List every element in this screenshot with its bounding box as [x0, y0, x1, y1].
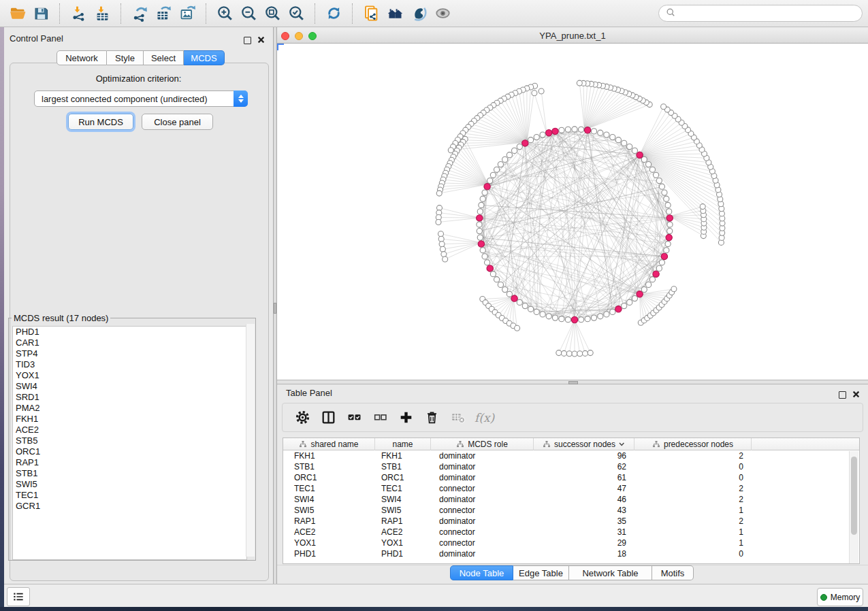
graph-ring-node[interactable]	[667, 229, 673, 234]
graph-ring-node[interactable]	[666, 209, 672, 214]
delete-column-icon[interactable]	[420, 406, 443, 429]
mcds-result-item[interactable]: TID3	[13, 359, 246, 370]
column-header-MCDS-role[interactable]: MCDS role	[431, 438, 534, 450]
graph-ring-node[interactable]	[480, 196, 485, 201]
graph-ring-node[interactable]	[477, 222, 482, 227]
graph-leaf-node[interactable]	[440, 246, 445, 252]
graph-leaf-node[interactable]	[436, 191, 442, 196]
zoom-in-icon[interactable]	[214, 3, 236, 24]
graph-ring-node[interactable]	[485, 260, 490, 265]
table-row[interactable]: PHD1PHD1dominator180	[283, 548, 859, 559]
tab-node-table[interactable]: Node Table	[450, 565, 513, 580]
table-row[interactable]: TEC1TEC1connector472	[283, 483, 859, 494]
graph-ring-node[interactable]	[479, 202, 484, 208]
graph-hub-node[interactable]	[637, 152, 643, 158]
mcds-result-item[interactable]: STP4	[13, 348, 246, 359]
add-column-icon[interactable]	[394, 406, 417, 429]
zoom-selected-icon[interactable]	[286, 3, 307, 24]
export-table-icon[interactable]	[153, 3, 174, 24]
tab-select[interactable]: Select	[144, 50, 184, 65]
mcds-result-list[interactable]: PHD1CAR1STP4TID3YOX1SWI4SRD1PMA2FKH1ACE2…	[12, 326, 247, 560]
graph-leaf-node[interactable]	[577, 80, 582, 86]
graph-leaf-node[interactable]	[588, 350, 593, 356]
graph-ring-node[interactable]	[487, 178, 493, 184]
search-input[interactable]	[677, 8, 862, 19]
graph-ring-node[interactable]	[502, 287, 508, 293]
graph-leaf-node[interactable]	[577, 351, 583, 357]
graph-ring-node[interactable]	[641, 287, 647, 293]
table-row[interactable]: ORC1ORC1dominator610	[283, 472, 859, 483]
import-network-icon[interactable]	[68, 3, 89, 24]
column-header-shared-name[interactable]: shared name	[283, 438, 375, 450]
settings-gear-icon[interactable]	[291, 406, 314, 429]
graph-hub-node[interactable]	[552, 128, 558, 134]
graph-ring-node[interactable]	[572, 127, 577, 132]
graph-leaf-node[interactable]	[532, 90, 537, 96]
mcds-result-item[interactable]: PHD1	[13, 327, 246, 337]
graph-ring-node[interactable]	[665, 202, 671, 208]
show-columns-icon[interactable]	[317, 406, 340, 429]
table-row[interactable]: ACE2ACE2connector311	[283, 527, 859, 538]
graph-leaf-node[interactable]	[448, 148, 453, 153]
graph-ring-node[interactable]	[615, 137, 621, 143]
graph-ring-node[interactable]	[480, 248, 485, 253]
graph-ring-node[interactable]	[591, 315, 596, 320]
graph-ring-node[interactable]	[482, 254, 487, 259]
graph-ring-node[interactable]	[632, 148, 637, 153]
table-row[interactable]: YOX1YOX1connector291	[283, 538, 859, 548]
graph-ring-node[interactable]	[604, 312, 609, 317]
table-row[interactable]: SWI5SWI5connector431	[283, 505, 859, 516]
graph-ring-node[interactable]	[641, 156, 647, 162]
mcds-result-item[interactable]: SWI4	[13, 381, 246, 392]
mcds-result-item[interactable]: CAR1	[13, 337, 246, 348]
graph-ring-node[interactable]	[622, 140, 627, 146]
show-graphics-details-icon[interactable]	[432, 3, 453, 24]
network-window-titlebar[interactable]: YPA_prune.txt_1	[277, 29, 868, 44]
graph-ring-node[interactable]	[610, 309, 615, 314]
close-panel-button[interactable]: Close panel	[142, 114, 213, 130]
graph-leaf-node[interactable]	[583, 350, 588, 356]
optimization-criterion-select[interactable]: largest connected component (undirected)	[34, 90, 248, 107]
mcds-list-scrollbar[interactable]	[246, 324, 255, 557]
graph-ring-node[interactable]	[598, 130, 603, 135]
graph-ring-node[interactable]	[604, 132, 609, 137]
graph-hub-node[interactable]	[584, 127, 590, 133]
graph-ring-node[interactable]	[498, 162, 503, 167]
run-mcds-button[interactable]: Run MCDS	[68, 114, 133, 130]
tab-network-table[interactable]: Network Table	[569, 565, 652, 580]
hide-graphics-details-icon[interactable]	[408, 3, 430, 24]
graph-ring-node[interactable]	[528, 306, 534, 312]
graph-leaf-node[interactable]	[556, 350, 562, 356]
graph-ring-node[interactable]	[494, 167, 500, 172]
network-graph[interactable]	[277, 44, 868, 380]
graph-ring-node[interactable]	[659, 184, 664, 189]
graph-ring-node[interactable]	[585, 316, 590, 322]
graph-ring-node[interactable]	[646, 162, 652, 167]
graph-ring-node[interactable]	[664, 196, 669, 201]
refresh-layout-icon[interactable]	[323, 3, 344, 24]
graph-leaf-node[interactable]	[562, 350, 567, 356]
table-row[interactable]: SWI4SWI4dominator462	[283, 494, 859, 505]
tab-mcds[interactable]: MCDS	[184, 50, 225, 65]
graph-ring-node[interactable]	[546, 314, 551, 319]
graph-hub-node[interactable]	[477, 215, 483, 221]
graph-ring-node[interactable]	[565, 127, 570, 132]
mcds-result-item[interactable]: SRD1	[13, 392, 246, 403]
graph-hub-node[interactable]	[653, 271, 659, 277]
network-canvas[interactable]	[277, 44, 868, 380]
graph-ring-node[interactable]	[591, 129, 596, 134]
graph-hub-node[interactable]	[522, 140, 528, 146]
graph-ring-node[interactable]	[522, 303, 528, 309]
graph-ring-node[interactable]	[498, 282, 503, 287]
search-box[interactable]	[658, 5, 863, 22]
graph-ring-node[interactable]	[512, 148, 517, 153]
close-panel-icon[interactable]	[257, 34, 265, 46]
graph-hub-node[interactable]	[571, 316, 577, 323]
graph-ring-node[interactable]	[517, 299, 522, 305]
graph-ring-node[interactable]	[540, 312, 545, 317]
graph-ring-node[interactable]	[667, 222, 673, 227]
column-header-name[interactable]: name	[375, 438, 431, 450]
graph-leaf-node[interactable]	[441, 252, 447, 257]
graph-leaf-node[interactable]	[515, 325, 520, 331]
graph-leaf-node[interactable]	[438, 236, 444, 242]
